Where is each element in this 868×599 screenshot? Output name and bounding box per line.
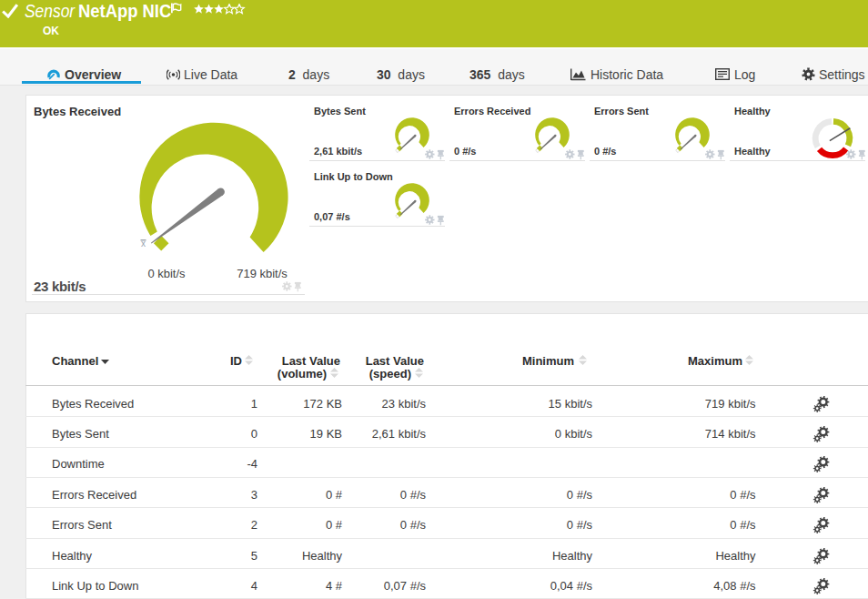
svg-text:x: x	[141, 239, 146, 249]
